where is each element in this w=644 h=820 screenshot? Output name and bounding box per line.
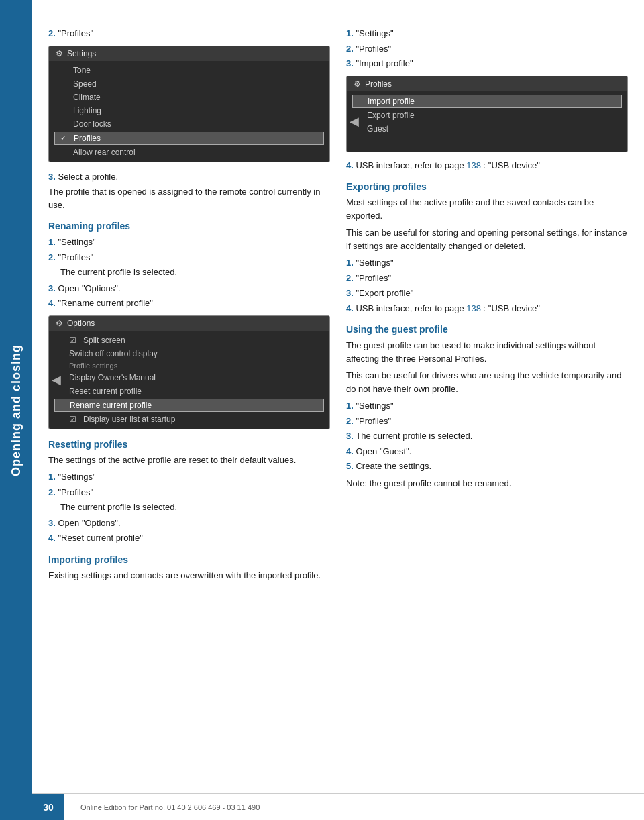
options-item-profile-settings: Profile settings [49,360,329,371]
options-title: Options [67,319,95,328]
import-step-3: 3. "Import profile" [346,57,628,70]
footer-text: Online Edition for Part no. 01 40 2 606 … [80,803,260,811]
resetting-step-1: 1. "Settings" [48,470,330,484]
options-item-rename: Rename current profile [54,399,324,412]
resetting-step-2: 2. "Profiles" [48,486,330,499]
gear-icon: ⚙ [56,49,63,58]
step-2-profiles: 2. "Profiles" [48,27,330,40]
profiles-titlebar: ⚙ Profiles [347,76,627,91]
resetting-step-4: 4. "Reset current profile" [48,531,330,545]
settings-titlebar: ⚙ Settings [49,46,329,61]
importing-heading: Importing profiles [48,554,330,565]
settings-menu-body: Tone Speed Climate Lighting Door locks [49,61,329,162]
resetting-step-3: 3. Open "Options". [48,517,330,530]
guest-note: Note: the guest profile cannot be rename… [346,477,628,491]
menu-item-tone: Tone [49,64,329,77]
options-item-switch: Switch off control display [49,347,329,360]
settings-screenshot: ⚙ Settings Tone Speed Climate [48,46,330,162]
import-step-1: 1. "Settings" [346,27,628,40]
right-top-section: 1. "Settings" 2. "Profiles" 3. "Import p… [346,13,628,70]
exporting-step-1: 1. "Settings" [346,256,628,270]
step-3-text: Select a profile. [58,172,118,182]
nav-arrow-left-icon: ◀ [52,372,61,387]
page-number: 30 [32,794,64,821]
guest-step-5: 5. Create the settings. [346,460,628,473]
exporting-step-4: 4. USB interface, refer to page 138 : "U… [346,302,628,315]
import-link-138[interactable]: 138 [466,160,481,170]
settings-title: Settings [67,49,96,58]
profiles-nav-arrow: ◀ [350,114,359,129]
resetting-intro: The settings of the active profile are r… [48,454,330,467]
profiles-item-import: Import profile [352,95,622,108]
menu-item-doorlocks: Door locks [49,117,329,131]
sidebar-bar: Opening and closing [0,0,32,820]
main-content: 2. "Profiles" ⚙ Settings Tone Speed [32,0,644,613]
menu-item-speed: Speed [49,77,329,91]
renaming-indent: The current profile is selected. [60,266,330,279]
profile-note: The profile that is opened is assigned t… [48,185,330,211]
guest-step-1: 1. "Settings" [346,399,628,413]
options-gear-icon: ⚙ [56,319,63,328]
renaming-step-3: 3. Open "Options". [48,282,330,295]
guest-para2: This can be useful for drivers who are u… [346,369,628,395]
intro-step: 2. "Profiles" [48,13,330,40]
guest-step-4: 4. Open "Guest". [346,445,628,458]
renaming-step-4: 4. "Rename current profile" [48,297,330,310]
step-2-text: "Profiles" [58,28,93,38]
menu-item-profiles: ✓ Profiles [54,132,324,145]
import-step-4: 4. USB interface, refer to page 138 : "U… [346,159,628,172]
options-screenshot: ⚙ Options ◀ Split screen Switch off cont… [48,315,330,429]
exporting-step-2: 2. "Profiles" [346,272,628,285]
menu-item-allow-rear: Allow rear control [49,146,329,159]
options-item-reset: Reset current profile [49,385,329,398]
options-body: ◀ Split screen Switch off control displa… [49,331,329,429]
step-2-num: 2. [48,28,56,38]
renaming-heading: Renaming profiles [48,221,330,232]
profiles-item-guest: Guest [347,122,627,136]
options-titlebar: ⚙ Options [49,316,329,331]
left-column: 2. "Profiles" ⚙ Settings Tone Speed [48,13,330,586]
resetting-indent: The current profile is selected. [60,501,330,514]
options-item-split: Split screen [49,334,329,347]
guest-step-2: 2. "Profiles" [346,415,628,428]
right-column: 1. "Settings" 2. "Profiles" 3. "Import p… [346,13,628,586]
exporting-para2: This can be useful for storing and openi… [346,226,628,252]
importing-intro: Existing settings and contacts are overw… [48,569,330,582]
exporting-para1: Most settings of the active profile and … [346,196,628,222]
import-step-2: 2. "Profiles" [346,42,628,56]
step-3: 3. Select a profile. [48,170,330,184]
profiles-body: ◀ Import profile Export profile Guest [347,91,627,152]
profiles-title: Profiles [365,79,392,89]
page-footer: 30 Online Edition for Part no. 01 40 2 6… [32,793,644,820]
guest-para1: The guest profile can be used to make in… [346,339,628,365]
renaming-step-1: 1. "Settings" [48,236,330,249]
guest-heading: Using the guest profile [346,324,628,335]
export-link-138[interactable]: 138 [466,303,481,313]
sidebar-label: Opening and closing [9,344,23,476]
profiles-icon: ⚙ [354,79,361,89]
menu-item-lighting: Lighting [49,104,329,117]
guest-step-3: 3. The current profile is selected. [346,429,628,443]
options-item-display-manual: Display Owner's Manual [49,371,329,385]
resetting-heading: Resetting profiles [48,439,330,450]
exporting-step-3: 3. "Export profile" [346,287,628,300]
options-item-display-user: Display user list at startup [49,413,329,426]
exporting-heading: Exporting profiles [346,181,628,192]
step-3-num: 3. [48,172,56,182]
profiles-item-export: Export profile [347,109,627,122]
menu-item-climate: Climate [49,91,329,104]
profiles-screenshot: ⚙ Profiles ◀ Import profile Export profi… [346,76,628,152]
renaming-step-2: 2. "Profiles" [48,251,330,264]
